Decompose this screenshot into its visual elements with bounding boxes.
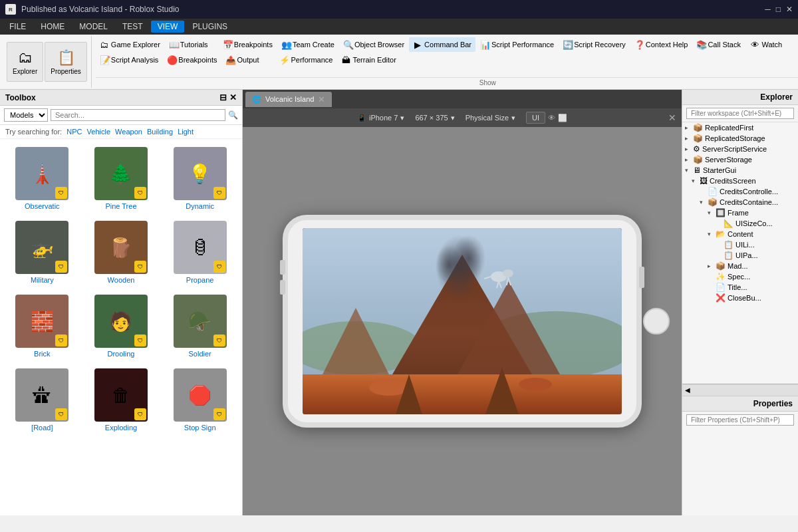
tree-item-ui-pa[interactable]: 📋 UIPa... [682,250,798,261]
menu-file[interactable]: FILE [3,21,33,33]
toolbox-item-dynamic[interactable]: 💡 🛡 Dynamic [163,144,237,213]
toolbox-item-stop-sign[interactable]: 🛑 🛡 Stop Sign [163,366,237,434]
portrait-icon[interactable]: ⬜ [558,114,567,122]
phone-mockup [283,215,642,428]
toolbox-dock-btn[interactable]: ⊟ [219,92,227,102]
menu-model[interactable]: MODEL [72,21,114,33]
toolbox-item-exploding[interactable]: 🗑 🛡 Exploding [84,366,158,434]
maximize-button[interactable]: □ [776,5,781,14]
viewport-tab-volcanic[interactable]: 🌐 Volcanic Island ✕ [245,92,332,107]
toolbox-item-pine-tree[interactable]: 🌲 🛡 Pine Tree [84,144,158,213]
tree-item-ui-size-co[interactable]: 📐 UISizeCo... [682,218,798,229]
team-create-btn[interactable]: 👥 Team Create [277,37,338,52]
terrain-editor-btn[interactable]: 🏔 Terrain Editor [337,53,400,67]
tutorials-label: Tutorials [180,41,208,49]
tree-item-server-script-service[interactable]: ▸ ⚙ ServerScriptService [682,144,798,154]
resolution-selector[interactable]: 667 × 375 ▾ [415,114,454,122]
tree-item-spec[interactable]: ✨ Spec... [682,271,798,282]
suggestion-weapon[interactable]: Weapon [115,128,142,136]
toolbox-item-observatic[interactable]: 🗼 🛡 Observatic [5,144,79,213]
eye-icon[interactable]: 👁 [548,114,555,122]
properties-button[interactable]: 📋 Properties [45,42,87,82]
toolbar-close-btn[interactable]: ✕ [668,112,676,123]
script-recovery-btn[interactable]: 🔄 Script Recovery [559,37,630,52]
tree-item-credits-container[interactable]: ▾ 📦 CreditsContaine... [682,197,798,207]
call-stack-btn[interactable]: 📚 Call Stack [692,37,745,52]
toolbox-item-drooling[interactable]: 🧑 🛡 Drooling [84,292,158,360]
device-selector[interactable]: 📱 iPhone 7 ▾ [357,114,404,122]
tree-item-credits-controller[interactable]: 📄 CreditsControlle... [682,186,798,197]
properties-search-input[interactable] [686,414,794,426]
watch-btn[interactable]: 👁 Watch [746,37,798,52]
toolbox-search-input[interactable] [51,109,225,121]
ui-toggle[interactable]: UI [526,112,545,124]
explorer-search-input[interactable] [686,108,794,119]
toolbox-item-military[interactable]: 🚁 🛡 Military [5,218,79,287]
tree-item-title[interactable]: 📄 Title... [682,282,798,293]
suggestion-vehicle[interactable]: Vehicle [87,128,110,136]
suggestion-npc[interactable]: NPC [66,128,82,136]
toolbox-item-road[interactable]: 🛣 🛡 [Road] [5,366,79,434]
toolbox-item-label-exploding: Exploding [105,424,137,432]
task-scheduler-btn[interactable]: 📅 Breakpoints [219,37,277,52]
toolbox-item-brick[interactable]: 🧱 🛡 Brick [5,292,79,360]
tree-icon-credits-screen: 🖼 [700,176,708,186]
tree-item-replicated-first[interactable]: ▸ 📦 ReplicatedFirst [682,122,798,133]
tree-item-close-bu[interactable]: ❌ CloseBu... [682,293,798,303]
svg-point-11 [436,245,462,285]
size-mode-selector[interactable]: Physical Size ▾ [466,114,515,122]
properties-panel: Properties [682,396,798,515]
toolbox-item-propane[interactable]: 🛢 🛡 Propane [163,218,237,287]
tree-chevron-close-bu [708,295,714,301]
explorer-icon: 🗂 [18,49,33,66]
tree-icon-content: 📂 [716,229,726,239]
phone-home-button [643,308,670,334]
suggestion-building[interactable]: Building [147,128,173,136]
context-help-btn[interactable]: ❓ Context Help [630,37,692,52]
viewport-area: 🌐 Volcanic Island ✕ 📱 iPhone 7 ▾ 667 × 3… [243,90,682,515]
menu-test[interactable]: TEST [116,21,150,33]
toolbox-category-select[interactable]: Models [4,108,48,122]
output-btn[interactable]: 📤 Output [221,53,275,67]
panel-scroll-left-btn[interactable]: ◀ [682,386,693,394]
game-explorer-btn[interactable]: 🗂 Game Explorer [96,37,164,52]
tree-label-mad: Mad... [728,262,748,270]
menu-plugins[interactable]: PLUGINS [186,21,234,33]
command-bar-btn[interactable]: ▶ Command Bar [409,37,475,52]
object-browser-btn[interactable]: 🔍 Object Browser [339,37,408,52]
terrain-editor-label: Terrain Editor [352,56,396,64]
tree-item-mad[interactable]: ▸ 📦 Mad... [682,261,798,271]
tree-icon-mad: 📦 [716,261,726,271]
tree-chevron-ui-size-co [716,220,722,227]
tree-item-ui-li[interactable]: 📋 UILi... [682,239,798,250]
suggestion-light[interactable]: Light [178,128,194,136]
toolbox-item-soldier[interactable]: 🪖 🛡 Soldier [163,292,237,360]
toolbox-panel: Toolbox ⊟ ✕ Models 🔍 Try searching for: … [0,90,243,515]
tree-item-replicated-storage[interactable]: ▸ 📦 ReplicatedStorage [682,133,798,144]
script-performance-btn[interactable]: 📊 Script Performance [476,37,558,52]
command-bar-label: Command Bar [424,41,471,49]
tutorials-btn[interactable]: 📖 Tutorials [165,37,218,52]
minimize-button[interactable]: ─ [765,5,771,14]
tree-label-credits-screen: CreditsScreen [710,177,756,185]
tree-item-content[interactable]: ▾ 📂 Content [682,229,798,239]
tree-item-credits-screen[interactable]: ▾ 🖼 CreditsScreen [682,176,798,186]
tree-label-spec: Spec... [728,273,750,281]
game-explorer-label: Game Explorer [111,41,160,49]
explorer-button[interactable]: 🗂 Explorer [7,42,43,82]
tree-icon-server-script-service: ⚙ [693,144,700,154]
toolbox-item-wooden[interactable]: 🪵 🛡 Wooden [84,218,158,287]
menu-home[interactable]: HOME [34,21,71,33]
tree-item-server-storage[interactable]: ▸ 📦 ServerStorage [682,154,798,165]
viewport-tab-close[interactable]: ✕ [318,94,325,104]
svg-point-8 [519,378,552,391]
performance-btn[interactable]: ⚡ Performance [275,53,336,67]
breakpoints-btn[interactable]: 🔴 Command Bar Breakpoints [163,53,221,67]
tree-item-starter-gui[interactable]: ▾ 🖥 StarterGui [682,165,798,176]
menu-view[interactable]: VIEW [151,21,185,33]
close-button[interactable]: ✕ [786,5,793,14]
toolbox-close-btn[interactable]: ✕ [229,92,237,102]
tree-chevron-mad: ▸ [708,263,714,269]
script-analysis-btn[interactable]: 📝 Script Analysis [96,53,163,67]
tree-item-frame[interactable]: ▾ 🔲 Frame [682,207,798,218]
